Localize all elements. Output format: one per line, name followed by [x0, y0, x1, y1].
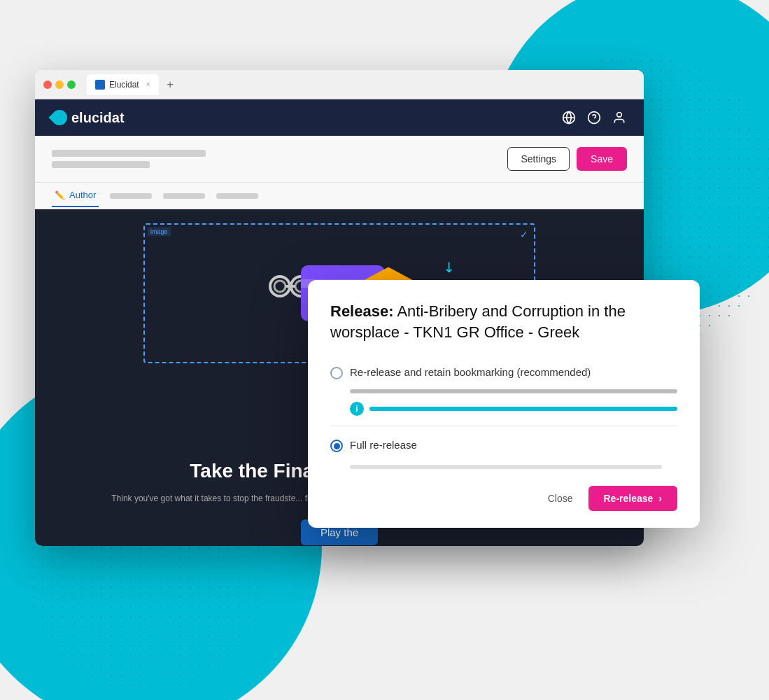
dot-yellow[interactable] [55, 80, 64, 89]
info-bar [369, 407, 677, 411]
header-icons [561, 110, 627, 125]
option1-progress-fill [350, 389, 677, 393]
option2-desc-bar [350, 465, 662, 469]
tab-skeleton-2[interactable] [163, 193, 205, 199]
logo: elucidat [52, 110, 125, 126]
tabs-bar: ✏️ Author [35, 183, 644, 209]
modal-title: Release: Anti-Bribery and Corruption in … [330, 301, 677, 342]
user-icon[interactable] [612, 110, 627, 125]
radio-group: Re-release and retain bookmarking (recom… [330, 359, 677, 472]
radio-label-1: Re-release and retain bookmarking (recom… [350, 366, 591, 378]
tab-author[interactable]: ✏️ Author [52, 184, 99, 207]
tab-label: Elucidat [109, 80, 139, 90]
browser-chrome: Elucidat × + [35, 70, 644, 99]
new-tab-button[interactable]: + [167, 78, 174, 91]
option1-progress-bg [350, 389, 677, 393]
pencil-icon: ✏️ [55, 190, 65, 200]
tab-skeleton-3[interactable] [216, 193, 258, 199]
arrow-icon: › [658, 493, 662, 504]
logo-icon [48, 106, 70, 128]
save-button[interactable]: Save [577, 147, 627, 171]
radio-option-1[interactable]: Re-release and retain bookmarking (recom… [330, 359, 677, 386]
svg-point-6 [274, 281, 285, 292]
tab-close-icon[interactable]: × [146, 80, 150, 88]
arrow-icon: ↙ [439, 257, 459, 277]
dot-red[interactable] [43, 80, 52, 89]
modal-footer: Close Re-release › [330, 486, 677, 511]
image-check-icon: ✓ [520, 229, 528, 240]
option1-detail [330, 389, 677, 398]
radio-input-2[interactable] [330, 440, 343, 452]
svg-point-4 [617, 113, 622, 118]
info-icon: i [350, 402, 364, 416]
dot-green[interactable] [67, 80, 76, 89]
info-row: i [330, 398, 677, 420]
rerelease-label: Re-release [604, 493, 654, 504]
skeleton-title [52, 150, 206, 157]
toolbar-left [52, 150, 206, 168]
modal-title-bold: Release: [330, 302, 394, 320]
toolbar: Settings Save [35, 136, 644, 183]
image-label: image [148, 227, 171, 236]
app-header: elucidat [35, 99, 644, 136]
divider [330, 426, 677, 426]
close-button[interactable]: Close [539, 487, 581, 510]
modal-dialog: Release: Anti-Bribery and Corruption in … [308, 280, 700, 528]
settings-button[interactable]: Settings [507, 147, 570, 171]
radio-option-2[interactable]: Full re-release [330, 432, 677, 459]
skeleton-subtitle [52, 161, 150, 168]
toolbar-buttons: Settings Save [507, 147, 627, 171]
logo-text: elucidat [71, 110, 125, 126]
radio-label-2: Full re-release [350, 439, 417, 451]
tab-favicon [95, 80, 105, 90]
tab-author-label: Author [69, 190, 96, 200]
browser-dots [43, 80, 76, 89]
help-icon[interactable] [586, 110, 602, 125]
radio-input-1[interactable] [330, 367, 343, 379]
tab-skeleton-1[interactable] [110, 193, 152, 199]
browser-tab[interactable]: Elucidat × [87, 74, 159, 95]
rerelease-button[interactable]: Re-release › [588, 486, 678, 511]
globe-icon[interactable] [561, 110, 577, 125]
